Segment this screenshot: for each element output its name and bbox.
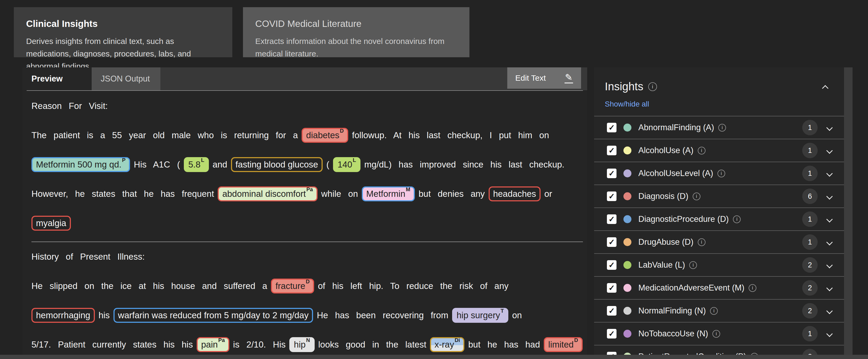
entity-count-badge: 2 — [802, 257, 818, 273]
entity-color-dot — [623, 330, 631, 338]
entity-count-badge: 1 — [802, 234, 818, 250]
expand-chevron-down-icon[interactable] — [826, 170, 833, 176]
entity-checkbox[interactable]: ✓ — [607, 260, 617, 270]
entity-chip-myalgia[interactable]: myalgia — [31, 216, 71, 231]
entity-type-superscript: Di — [455, 337, 460, 343]
info-icon[interactable]: i — [712, 330, 720, 338]
demo-card-clinical-insights[interactable]: Clinical Insights Derives insights from … — [14, 7, 232, 57]
entity-chip-x-ray[interactable]: x-rayDi — [430, 337, 464, 352]
entity-text: limited — [548, 339, 574, 350]
text-span: followup. At his last checkup, I put him… — [352, 130, 549, 140]
edit-text-button[interactable]: Edit Text ✎ — [507, 67, 581, 89]
entity-checkbox[interactable]: ✓ — [607, 329, 617, 338]
entity-label: NormalFinding (N) — [638, 306, 706, 316]
text-line: The patient is a 55 year old male who is… — [31, 121, 583, 150]
entity-text: fracture — [276, 281, 305, 291]
entity-chip-fasting-blood-glucose[interactable]: fasting blood glucose — [231, 157, 323, 172]
text-span: His A1C ( — [134, 160, 180, 170]
text-span: 5/17. Patient currently states his his — [31, 339, 193, 350]
entity-chip-diabetes[interactable]: diabetesD — [302, 128, 348, 143]
demo-card-covid-literature[interactable]: COVID Medical Literature Extracts inform… — [243, 7, 469, 57]
entity-chip-hip-surgery[interactable]: hip surgeryT — [452, 308, 508, 323]
expand-chevron-down-icon[interactable] — [826, 285, 833, 291]
entity-checkbox[interactable]: ✓ — [607, 146, 617, 155]
entity-checkbox[interactable]: ✓ — [607, 237, 617, 247]
entity-type-superscript: L — [201, 157, 204, 163]
entity-chip-pain[interactable]: painPa — [197, 337, 229, 352]
entity-type-superscript: D — [340, 128, 344, 134]
entity-text: 140 — [338, 160, 352, 169]
text-span: He slipped on the ice at his house and s… — [31, 281, 267, 291]
entity-checkbox[interactable]: ✓ — [607, 283, 617, 293]
text-span: his — [99, 310, 110, 320]
entity-text: 5.8 — [188, 160, 200, 169]
text-span: but he has had — [468, 339, 540, 350]
text-span: History of Present Illness: — [31, 252, 145, 262]
info-icon[interactable]: i — [749, 284, 756, 292]
entity-checkbox[interactable]: ✓ — [607, 306, 617, 316]
tab-json-output[interactable]: JSON Output — [92, 67, 160, 90]
editor-tabbar: Preview JSON Output Edit Text ✎ — [22, 67, 587, 90]
demo-card-description: Extracts information about the novel cor… — [255, 35, 457, 60]
entity-checkbox[interactable]: ✓ — [607, 215, 617, 224]
info-icon[interactable]: i — [648, 82, 657, 91]
entity-text: abdominal discomfort — [222, 189, 306, 199]
tab-json-output-label: JSON Output — [101, 74, 150, 84]
expand-chevron-down-icon[interactable] — [826, 307, 833, 314]
info-icon[interactable]: i — [717, 170, 725, 177]
entity-type-superscript: L — [353, 157, 356, 163]
entity-chip-metformin-500-mg-qd-[interactable]: Metformin 500 mg qd.P — [31, 157, 130, 172]
entity-chip-limited[interactable]: limitedD — [544, 337, 583, 352]
expand-chevron-down-icon[interactable] — [826, 239, 833, 245]
demo-card-title: Clinical Insights — [26, 19, 220, 29]
info-icon[interactable]: i — [698, 238, 706, 246]
info-icon[interactable]: i — [693, 193, 701, 200]
expand-chevron-down-icon[interactable] — [826, 262, 833, 268]
info-icon[interactable]: i — [710, 307, 718, 315]
entity-chip-fracture[interactable]: fractureD — [271, 279, 314, 293]
horizontal-scrollbar[interactable] — [0, 355, 868, 359]
entity-checkbox[interactable]: ✓ — [607, 192, 617, 201]
entity-text: pain — [201, 339, 218, 350]
entity-chip-5-8[interactable]: 5.8L — [184, 157, 209, 172]
insight-row-medicationadverseevent-m-: ✓MedicationAdverseEvent (M)i2 — [594, 276, 844, 299]
vertical-scrollbar[interactable] — [844, 67, 852, 359]
entity-label: AbnormalFinding (A) — [638, 123, 714, 132]
expand-chevron-down-icon[interactable] — [826, 147, 833, 154]
info-icon[interactable]: i — [689, 261, 697, 269]
editor-panel: Preview JSON Output Edit Text ✎ Reason F… — [22, 67, 587, 359]
expand-chevron-down-icon[interactable] — [826, 216, 833, 222]
show-hide-all-link[interactable]: Show/hide all — [605, 100, 649, 108]
entity-chip-warfarin-was-reduced-from-5-mg-day-to-2-mg-day[interactable]: warfarin was reduced from 5 mg/day to 2 … — [114, 308, 313, 323]
info-icon[interactable]: i — [733, 216, 741, 223]
entity-chip-headaches[interactable]: headaches — [489, 187, 540, 201]
entity-chip-metformin[interactable]: MetforminM — [362, 187, 415, 201]
entity-text: warfarin was reduced from 5 mg/day to 2 … — [118, 310, 309, 320]
collapse-chevron-up-icon[interactable] — [822, 85, 828, 91]
entity-checkbox[interactable]: ✓ — [607, 123, 617, 132]
entity-text: Metformin — [366, 189, 405, 199]
info-icon[interactable]: i — [698, 147, 706, 155]
entity-text: x-ray — [435, 339, 454, 350]
entity-color-dot — [623, 169, 631, 177]
info-icon[interactable]: i — [718, 124, 726, 132]
insights-panel: Insights i Show/hide all ✓AbnormalFindin… — [594, 67, 852, 359]
text-span: while on — [321, 189, 358, 199]
expand-chevron-down-icon[interactable] — [826, 330, 833, 337]
entity-chip-hemorrhaging[interactable]: hemorrhaging — [31, 308, 95, 323]
entity-chip-hip[interactable]: hipN — [289, 337, 315, 352]
tab-preview[interactable]: Preview — [22, 67, 92, 90]
document-text: Reason For Visit:The patient is a 55 yea… — [31, 91, 583, 359]
entity-checkbox[interactable]: ✓ — [607, 169, 617, 178]
insight-row-alcoholuse-a-: ✓AlcoholUse (A)i1 — [594, 139, 844, 162]
entity-count-badge: 1 — [802, 326, 818, 341]
entity-color-dot — [623, 215, 631, 223]
entity-color-dot — [623, 261, 631, 269]
expand-chevron-down-icon[interactable] — [826, 124, 833, 131]
entity-type-superscript: N — [306, 337, 310, 343]
expand-chevron-down-icon[interactable] — [826, 193, 833, 199]
entity-chip-abdominal-discomfort[interactable]: abdominal discomfortPa — [218, 187, 317, 201]
demo-card-description: Derives insights from clinical text, suc… — [26, 35, 220, 72]
edit-text-label: Edit Text — [515, 73, 546, 83]
entity-chip-140[interactable]: 140L — [333, 157, 361, 172]
